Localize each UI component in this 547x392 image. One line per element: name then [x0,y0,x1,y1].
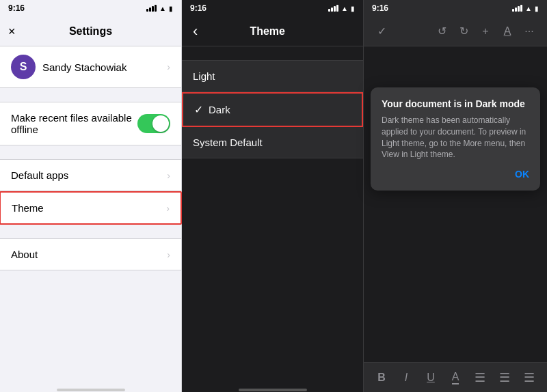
signal-bar-d4 [336,5,338,12]
theme-panel: 9:16 ▲ ▮ ‹ Theme Light ✓ Dark Syst [182,0,364,392]
undo-icon: ↺ [438,25,446,38]
doc-toolbar-bottom: B I U A ☰ ☰ ☰ [364,362,547,392]
dialog-title: Your document is in Dark mode [382,98,529,109]
font-color-button[interactable]: A [443,363,468,392]
battery-icon-theme: ▮ [351,5,355,12]
align-left-icon: ☰ [475,370,485,385]
signal-bar-d3 [334,6,336,12]
status-bar-settings: 9:16 ▲ ▮ [0,0,181,16]
signal-bar-doc3 [518,6,520,12]
check-button[interactable]: ✓ [371,20,392,42]
theme-system-default-label: System Default [193,137,352,148]
status-bar-doc: 9:16 ▲ ▮ [364,0,547,16]
recent-files-label: Make recent files available offline [11,112,137,135]
align-center-button[interactable]: ☰ [492,363,517,392]
default-apps-row[interactable]: Default apps › [0,159,181,191]
insert-button[interactable]: + [475,20,496,42]
underline-icon: U [427,372,435,384]
document-panel: 9:16 ▲ ▮ ✓ ↺ ↻ + A ··· [364,0,547,392]
wifi-icon-doc: ▲ [525,5,532,12]
theme-dark-label: Dark [209,104,351,115]
status-icons-doc: ▲ ▮ [512,5,539,12]
wifi-icon-theme: ▲ [341,5,348,12]
battery-icon-doc: ▮ [535,5,539,12]
signal-bars-settings [146,5,157,12]
wifi-icon-settings: ▲ [159,5,166,12]
undo-button[interactable]: ↺ [431,20,453,42]
align-center-icon: ☰ [499,370,510,385]
dialog-body: Dark theme has been automatically applie… [382,115,529,160]
default-apps-label: Default apps [11,169,167,181]
signal-bar-doc4 [520,5,522,12]
signal-bar-doc2 [515,8,517,12]
status-icons-theme: ▲ ▮ [328,5,355,12]
font-color-icon: A [452,371,459,384]
signal-bar-3 [152,6,154,12]
theme-option-light[interactable]: Light [182,60,363,92]
about-row[interactable]: About › [0,238,181,270]
dark-check-icon: ✓ [194,103,203,116]
signal-bar-d1 [328,9,330,12]
settings-section-2: Default apps › Theme › [0,159,181,225]
theme-row[interactable]: Theme › [0,191,182,225]
signal-bar-2 [149,8,151,12]
italic-icon: I [405,372,408,384]
settings-panel: 9:16 ▲ ▮ × Settings S Sandy Stachowiak ›… [0,0,182,392]
toggle-thumb [152,115,169,132]
underline-button[interactable]: U [418,363,443,392]
bold-button[interactable]: B [369,363,394,392]
doc-content-area: Your document is in Dark mode Dark theme… [364,46,547,362]
theme-light-label: Light [193,70,352,82]
user-chevron-icon: › [167,61,170,72]
doc-toolbar-top: ✓ ↺ ↻ + A ··· [364,16,547,46]
align-left-button[interactable]: ☰ [468,363,492,392]
theme-option-dark[interactable]: ✓ Dark [182,92,363,127]
settings-section-3: About › [0,238,181,270]
theme-options: Light ✓ Dark System Default [182,60,363,158]
list-button[interactable]: ☰ [517,363,542,392]
signal-bar-doc1 [512,9,514,12]
home-bar-settings [57,389,125,391]
dialog-footer: OK [382,169,529,180]
about-chevron-icon: › [167,249,170,260]
signal-bar-1 [146,9,148,12]
redo-icon: ↻ [459,25,468,38]
theme-title: Theme [203,25,332,38]
about-label: About [11,249,167,260]
list-icon: ☰ [524,370,535,385]
status-time-theme: 9:16 [190,3,206,13]
redo-button[interactable]: ↻ [453,20,475,42]
theme-option-system-default[interactable]: System Default [182,127,363,158]
signal-bar-4 [155,5,157,12]
recent-files-row[interactable]: Make recent files available offline [0,102,181,145]
dialog-ok-button[interactable]: OK [515,169,529,180]
settings-header: × Settings [0,16,181,46]
theme-back-button[interactable]: ‹ [193,23,198,40]
status-icons-settings: ▲ ▮ [146,5,173,12]
theme-header: ‹ Theme [182,16,363,46]
user-row[interactable]: S Sandy Stachowiak › [0,46,181,88]
home-bar-theme [239,389,307,391]
status-bar-theme: 9:16 ▲ ▮ [182,0,363,16]
bold-icon: B [377,372,386,384]
status-time-doc: 9:16 [372,3,388,13]
signal-bars-theme [328,5,338,12]
more-icon: ··· [524,25,533,38]
user-name: Sandy Stachowiak [42,61,167,73]
signal-bars-doc [512,5,522,12]
home-indicator-theme [182,388,363,392]
dark-mode-dialog: Your document is in Dark mode Dark theme… [371,87,540,191]
italic-button[interactable]: I [394,363,418,392]
font-icon: A [504,25,511,38]
more-button[interactable]: ··· [518,20,540,42]
plus-icon: + [482,25,488,38]
check-icon: ✓ [377,25,386,38]
settings-section-1: Make recent files available offline [0,102,181,145]
settings-title: Settings [69,25,112,38]
recent-files-toggle[interactable] [137,114,170,133]
close-button[interactable]: × [8,25,16,38]
battery-icon-settings: ▮ [169,5,173,12]
font-button[interactable]: A [496,20,518,42]
default-apps-chevron-icon: › [167,170,170,181]
signal-bar-d2 [331,8,333,12]
